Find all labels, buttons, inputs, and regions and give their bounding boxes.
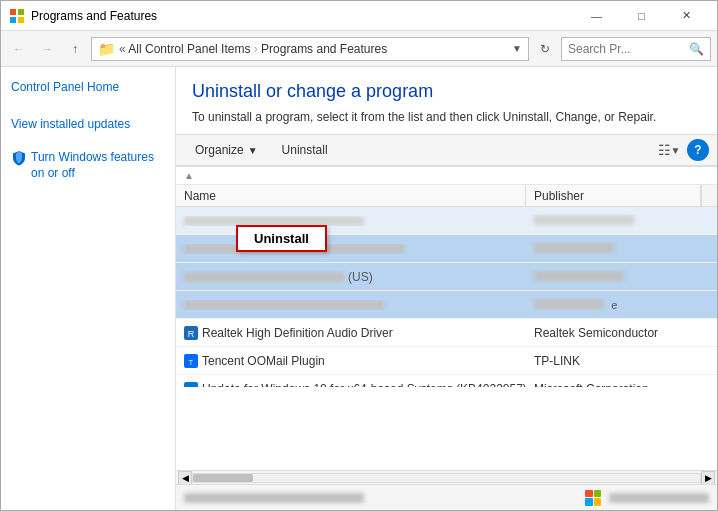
list-item[interactable]: (US) <box>176 263 717 291</box>
program-list: ▲ Name Publisher <box>176 166 717 470</box>
title-bar: Programs and Features — □ ✕ <box>1 1 717 31</box>
programs-and-features-window: Programs and Features — □ ✕ ← → ↑ 📁 « Al… <box>0 0 718 511</box>
update-icon: U <box>184 382 198 388</box>
main-panel: Uninstall or change a program To uninsta… <box>176 67 717 510</box>
row-publisher-2 <box>526 242 717 256</box>
list-header: Name Publisher <box>176 185 717 207</box>
taskbar-app-label <box>609 493 709 503</box>
status-bar <box>176 484 717 510</box>
row-name-tencent: T Tencent OOMail Plugin <box>176 354 526 368</box>
panel-header: Uninstall or change a program To uninsta… <box>176 67 717 134</box>
folder-icon: 📁 <box>98 41 115 57</box>
list-item[interactable]: U Update for Windows 10 for x64-based Sy… <box>176 375 717 387</box>
scroll-thumb[interactable] <box>193 474 253 482</box>
column-publisher-header[interactable]: Publisher <box>526 185 701 206</box>
forward-button[interactable]: → <box>35 37 59 61</box>
sidebar-view-installed-updates[interactable]: View installed updates <box>11 116 165 133</box>
window-controls: — □ ✕ <box>574 1 709 31</box>
row-name-3: (US) <box>176 270 526 284</box>
page-title: Uninstall or change a program <box>192 81 701 102</box>
scroll-left-button[interactable]: ◀ <box>178 471 192 485</box>
row-publisher-1 <box>526 214 717 228</box>
organize-button[interactable]: Organize ▼ <box>184 138 269 162</box>
help-button[interactable]: ? <box>687 139 709 161</box>
tencent-icon: T <box>184 354 198 368</box>
minimize-button[interactable]: — <box>574 1 619 31</box>
row-publisher-update: Microsoft Corporation <box>526 382 717 388</box>
row-publisher-realtek: Realtek Semiconductor <box>526 326 717 340</box>
row-publisher-4: e <box>526 298 717 312</box>
row-name-update: U Update for Windows 10 for x64-based Sy… <box>176 382 526 388</box>
row-publisher-tencent: TP-LINK <box>526 354 717 368</box>
uninstall-toolbar-button[interactable]: Uninstall <box>271 138 339 162</box>
row-name-4 <box>176 300 526 310</box>
row-name-realtek: R Realtek High Definition Audio Driver <box>176 326 526 340</box>
row-name-2 <box>176 244 526 254</box>
svg-text:T: T <box>189 359 194 366</box>
organize-label: Organize <box>195 143 244 157</box>
search-input[interactable] <box>568 42 685 56</box>
address-bar: ← → ↑ 📁 « All Control Panel Items › Prog… <box>1 31 717 67</box>
row-name-1 <box>176 216 526 226</box>
svg-rect-2 <box>10 17 16 23</box>
window-icon <box>9 8 25 24</box>
list-item[interactable]: R Realtek High Definition Audio Driver R… <box>176 319 717 347</box>
sidebar-turn-windows-features[interactable]: Turn Windows features on or off <box>11 149 165 183</box>
svg-rect-1 <box>18 9 24 15</box>
grid-view-icon: ☷ <box>658 142 671 158</box>
window-title: Programs and Features <box>31 9 574 23</box>
maximize-button[interactable]: □ <box>619 1 664 31</box>
up-button[interactable]: ↑ <box>63 37 87 61</box>
taskbar-app-icon <box>585 490 601 506</box>
uninstall-context-button[interactable]: Uninstall <box>236 225 327 252</box>
organize-dropdown-icon: ▼ <box>248 145 258 156</box>
view-dropdown-icon: ▼ <box>671 145 681 156</box>
view-options-button[interactable]: ☷ ▼ <box>655 138 683 162</box>
realtek-icon: R <box>184 326 198 340</box>
scroll-right-button[interactable]: ▶ <box>701 471 715 485</box>
back-button[interactable]: ← <box>7 37 31 61</box>
scroll-track[interactable] <box>192 473 701 483</box>
svg-rect-0 <box>10 9 16 15</box>
path-text: « All Control Panel Items › Programs and… <box>119 42 387 56</box>
svg-text:R: R <box>188 329 195 339</box>
list-item[interactable]: T Tencent OOMail Plugin TP-LINK <box>176 347 717 375</box>
sidebar-control-panel-home[interactable]: Control Panel Home <box>11 79 165 96</box>
refresh-button[interactable]: ↻ <box>533 37 557 61</box>
column-name-header[interactable]: Name <box>176 185 526 206</box>
horizontal-scrollbar[interactable]: ◀ ▶ <box>176 470 717 484</box>
content-area: Control Panel Home View installed update… <box>1 67 717 510</box>
svg-text:U: U <box>188 387 193 388</box>
list-item[interactable]: e <box>176 291 717 319</box>
search-icon: 🔍 <box>689 42 704 56</box>
status-text <box>184 493 364 503</box>
toolbar-right: ☷ ▼ ? <box>655 138 709 162</box>
svg-rect-3 <box>18 17 24 23</box>
dropdown-arrow-icon[interactable]: ▼ <box>512 43 522 54</box>
toolbar: Organize ▼ Uninstall ☷ ▼ ? <box>176 134 717 166</box>
close-button[interactable]: ✕ <box>664 1 709 31</box>
page-description: To uninstall a program, select it from t… <box>192 108 672 126</box>
row-publisher-3 <box>526 270 717 284</box>
search-box[interactable]: 🔍 <box>561 37 711 61</box>
shield-icon <box>11 150 27 166</box>
sidebar: Control Panel Home View installed update… <box>1 67 176 510</box>
address-path[interactable]: 📁 « All Control Panel Items › Programs a… <box>91 37 529 61</box>
sidebar-turn-windows-features-label: Turn Windows features on or off <box>31 149 165 183</box>
